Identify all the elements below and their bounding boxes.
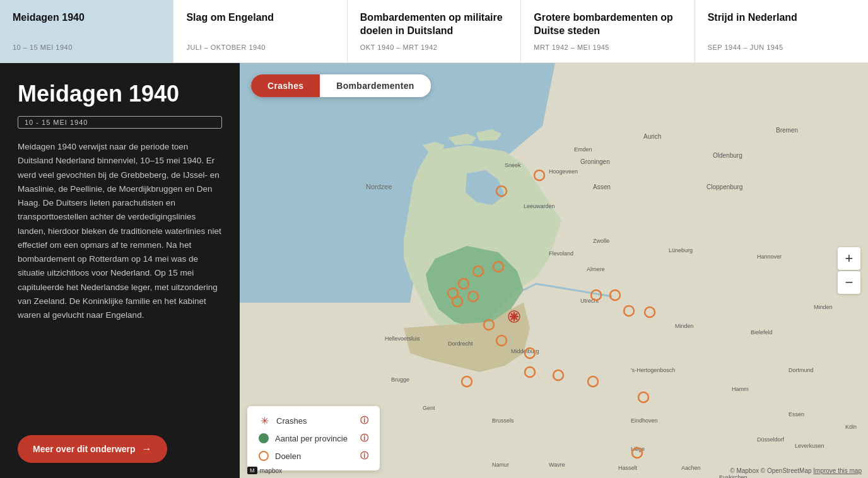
legend-item-crashes: ✳ Crashes ⓘ: [259, 415, 368, 426]
nav-item-date: OKT 1940 – MRT 1942: [360, 44, 508, 51]
zoom-controls: + −: [838, 247, 860, 294]
svg-text:Dortmund: Dortmund: [789, 367, 814, 373]
legend-info-crashes[interactable]: ⓘ: [360, 415, 368, 426]
mapbox-credit-text: © Mapbox © OpenStreetMap: [730, 467, 811, 474]
svg-text:Lüneburg: Lüneburg: [669, 247, 693, 254]
svg-text:Dordrecht: Dordrecht: [448, 341, 473, 347]
top-nav: Meidagen 1940 10 – 15 MEI 1940 Slag om E…: [0, 0, 868, 63]
toggle-crashes[interactable]: Crashes: [251, 74, 320, 97]
legend-label-province: Aantal per provincie: [275, 434, 348, 443]
svg-text:Cloppenburg: Cloppenburg: [707, 184, 742, 190]
more-button[interactable]: Meer over dit onderwerp →: [18, 435, 167, 463]
svg-text:Namur: Namur: [492, 462, 509, 468]
svg-text:Leeuwarden: Leeuwarden: [524, 203, 555, 209]
nav-item-date: SEP 1944 – JUN 1945: [708, 44, 855, 51]
page-title: Meidagen 1940: [18, 81, 222, 107]
svg-text:Aurich: Aurich: [643, 133, 661, 140]
nav-item-title: Meidagen 1940: [13, 11, 160, 25]
svg-text:Hannover: Hannover: [757, 254, 782, 260]
svg-text:Köln: Köln: [845, 424, 857, 430]
legend-info-province[interactable]: ⓘ: [360, 433, 368, 444]
nav-item-title: Strijd in Nederland: [708, 11, 855, 25]
legend-label-doelen: Doelen: [275, 452, 301, 461]
map-toggle: Crashes Bombardementen: [251, 74, 431, 97]
svg-text:Hellevoetsluis: Hellevoetsluis: [385, 335, 420, 342]
map-credit: © Mapbox © OpenStreetMap Improve this ma…: [730, 467, 862, 474]
nav-item-strijd[interactable]: Strijd in Nederland SEP 1944 – JUN 1945: [695, 0, 868, 62]
nav-item-title: Bombardementen op militaire doelen in Du…: [360, 11, 508, 38]
svg-text:Düsseldorf: Düsseldorf: [757, 436, 785, 443]
svg-text:Groningen: Groningen: [580, 158, 610, 165]
target-icon: [259, 451, 269, 461]
toggle-bombardementen[interactable]: Bombardementen: [320, 74, 430, 97]
svg-text:Aachen: Aachen: [681, 465, 701, 471]
svg-text:Zwolle: Zwolle: [593, 238, 609, 244]
svg-text:Hasselt: Hasselt: [618, 465, 638, 471]
svg-text:Hamm: Hamm: [732, 386, 749, 392]
zoom-in-button[interactable]: +: [838, 247, 860, 270]
more-button-label: Meer over dit onderwerp: [33, 444, 136, 454]
nav-item-date: JULI – OKTOBER 1940: [186, 44, 334, 51]
svg-text:'s-Hertogenbosch: 's-Hertogenbosch: [631, 367, 675, 373]
svg-text:Bremen: Bremen: [776, 127, 798, 134]
nav-item-bombardementen-militaire[interactable]: Bombardementen op militaire doelen in Du…: [348, 0, 521, 62]
nav-item-date: 10 – 15 MEI 1940: [13, 44, 160, 51]
svg-text:Leverkusen: Leverkusen: [795, 443, 824, 449]
svg-text:Flevoland: Flevoland: [549, 250, 573, 257]
legend: ✳ Crashes ⓘ Aantal per provincie ⓘ Doele…: [247, 406, 380, 470]
mapbox-logo: M mapbox: [247, 467, 282, 474]
description-text: Meidagen 1940 verwijst naar de periode t…: [18, 140, 222, 417]
main-content: Meidagen 1940 10 - 15 MEI 1940 Meidagen …: [0, 63, 868, 478]
svg-text:Sneek: Sneek: [505, 162, 521, 168]
svg-text:Essen: Essen: [789, 411, 804, 417]
zoom-out-button[interactable]: −: [838, 271, 860, 294]
nav-item-date: MRT 1942 – MEI 1945: [534, 44, 681, 51]
left-panel: Meidagen 1940 10 - 15 MEI 1940 Meidagen …: [0, 63, 240, 478]
svg-text:Euskirchen: Euskirchen: [719, 474, 748, 478]
svg-text:Eindhoven: Eindhoven: [631, 417, 658, 424]
svg-text:Almere: Almere: [587, 266, 605, 272]
date-badge: 10 - 15 MEI 1940: [18, 116, 222, 129]
province-icon: [259, 433, 269, 443]
svg-text:Wavre: Wavre: [549, 462, 565, 468]
svg-text:Bielefeld: Bielefeld: [751, 329, 773, 335]
arrow-icon: →: [142, 443, 152, 455]
improve-map-link[interactable]: Improve this map: [813, 467, 862, 474]
svg-text:Minden: Minden: [814, 304, 833, 310]
svg-text:Emden: Emden: [574, 146, 592, 153]
legend-item-doelen: Doelen ⓘ: [259, 450, 368, 462]
svg-text:Hoogeveen: Hoogeveen: [549, 168, 578, 175]
nav-item-meidagen[interactable]: Meidagen 1940 10 – 15 MEI 1940: [0, 0, 173, 62]
legend-info-doelen[interactable]: ⓘ: [360, 450, 368, 462]
map-area: Crashes Bombardementen: [240, 63, 868, 478]
svg-text:Gent: Gent: [423, 405, 435, 411]
legend-item-province: Aantal per provincie ⓘ: [259, 433, 368, 444]
svg-text:Nordzee: Nordzee: [366, 183, 392, 190]
svg-text:Brussels: Brussels: [492, 417, 514, 424]
nav-item-title: Grotere bombardementen op Duitse steden: [534, 11, 681, 38]
svg-text:Minden: Minden: [675, 323, 694, 329]
legend-label-crashes: Crashes: [276, 416, 307, 426]
nav-item-title: Slag om Engeland: [186, 11, 334, 25]
svg-text:Oldenburg: Oldenburg: [713, 152, 742, 159]
svg-text:Assen: Assen: [593, 184, 611, 190]
nav-item-slag[interactable]: Slag om Engeland JULI – OKTOBER 1940: [173, 0, 347, 62]
svg-text:Brugge: Brugge: [391, 376, 409, 383]
nav-item-grotere[interactable]: Grotere bombardementen op Duitse steden …: [521, 0, 695, 62]
crash-icon: ✳: [259, 415, 270, 426]
